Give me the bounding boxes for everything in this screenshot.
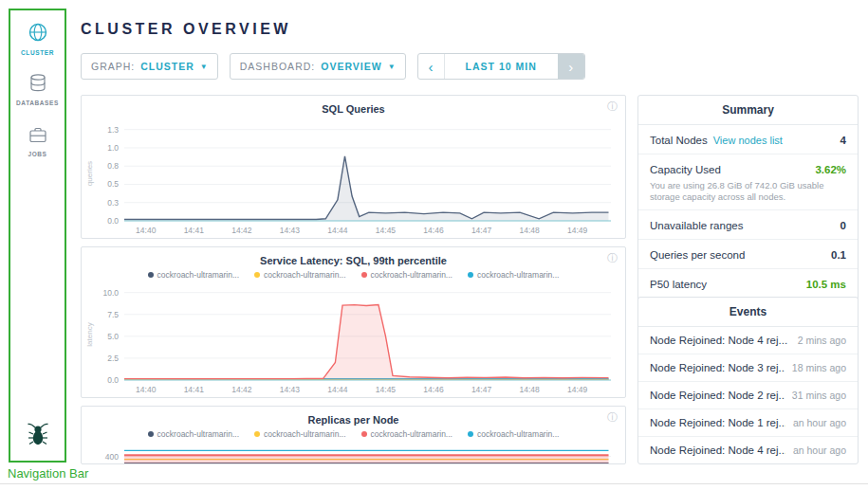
cockroachdb-logo[interactable] — [10, 421, 65, 451]
controls-bar: GRAPH: CLUSTER ▼ DASHBOARD: OVERVIEW ▼ ‹… — [81, 53, 585, 80]
dashboard-dropdown[interactable]: DASHBOARD: OVERVIEW ▼ — [230, 53, 406, 80]
svg-text:0.3: 0.3 — [107, 198, 119, 208]
svg-text:5.0: 5.0 — [107, 332, 119, 341]
summary-value: 0 — [840, 220, 846, 231]
info-icon[interactable]: ⓘ — [607, 251, 618, 265]
svg-text:queries: queries — [85, 161, 94, 186]
svg-text:1.3: 1.3 — [107, 125, 119, 135]
svg-text:14:40: 14:40 — [136, 226, 157, 235]
info-icon[interactable]: ⓘ — [607, 100, 618, 114]
svg-text:14:47: 14:47 — [471, 226, 492, 235]
info-icon[interactable]: ⓘ — [607, 410, 618, 425]
svg-text:14:46: 14:46 — [423, 385, 444, 394]
svg-text:0.8: 0.8 — [107, 161, 119, 171]
summary-row: Queries per second0.1 — [638, 240, 858, 269]
event-row[interactable]: Node Rejoined: Node 3 rej...18 mins ago — [638, 354, 858, 382]
page-title: CLUSTER OVERVIEW — [81, 21, 291, 38]
view-nodes-list-link[interactable]: View nodes list — [713, 135, 783, 146]
event-row[interactable]: Node Rejoined: Node 1 rej...an hour ago — [638, 409, 858, 437]
chart-panel-replicas-per-node: Replicas per Node ⓘ cockroach-ultramarin… — [81, 406, 626, 464]
svg-text:14:48: 14:48 — [519, 385, 540, 394]
legend-dot — [148, 431, 154, 437]
legend-dot — [254, 272, 260, 278]
legend-dot — [468, 272, 473, 278]
legend-dot — [361, 431, 367, 437]
time-range-label[interactable]: LAST 10 MIN — [445, 54, 558, 79]
legend-label: cockroach-ultramarin... — [157, 270, 239, 280]
event-message: Node Rejoined: Node 4 rej... — [650, 445, 785, 456]
databases-icon — [28, 80, 47, 96]
event-message: Node Rejoined: Node 4 rej... — [650, 335, 787, 346]
svg-text:14:44: 14:44 — [327, 226, 348, 235]
chart-panel-sql-queries: SQL Queries ⓘ 0.00.30.50.81.01.3queries1… — [81, 95, 626, 239]
legend-dot — [148, 272, 154, 278]
event-time: 18 mins ago — [792, 362, 846, 373]
svg-text:14:49: 14:49 — [567, 385, 588, 394]
chart-title: SQL Queries — [82, 103, 625, 115]
graph-dropdown[interactable]: GRAPH: CLUSTER ▼ — [81, 53, 218, 80]
graph-dropdown-label: GRAPH: — [91, 61, 135, 72]
event-message: Node Rejoined: Node 3 rej... — [650, 362, 785, 373]
events-rows: Node Rejoined: Node 4 rej...2 mins agoNo… — [638, 327, 858, 464]
summary-value: 0.1 — [831, 249, 846, 261]
events-panel: Events Node Rejoined: Node 4 rej...2 min… — [637, 297, 859, 464]
legend-item: cockroach-ultramarin... — [148, 270, 239, 280]
svg-text:14:41: 14:41 — [184, 226, 205, 235]
graph-dropdown-value: CLUSTER — [140, 61, 194, 72]
prev-time-button[interactable]: ‹ — [418, 54, 445, 79]
legend-label: cockroach-ultramarin... — [371, 270, 452, 280]
summary-row: P50 latency10.5 ms — [638, 269, 858, 299]
event-row[interactable]: Node Rejoined: Node 4 rej...an hour ago — [638, 437, 858, 464]
svg-text:14:40: 14:40 — [136, 385, 157, 394]
svg-text:2.5: 2.5 — [107, 354, 119, 363]
next-time-button[interactable]: › — [558, 54, 584, 79]
navigation-bar: CLUSTER DATABASES JOBS — [9, 9, 66, 463]
summary-label: P50 latency — [650, 279, 707, 290]
chart-title: Replicas per Node — [82, 414, 625, 426]
svg-text:latency: latency — [85, 322, 94, 346]
sidebar-item-label: DATABASES — [10, 100, 65, 106]
page-divider — [0, 483, 868, 484]
svg-text:0.5: 0.5 — [107, 179, 119, 189]
svg-text:14:47: 14:47 — [471, 385, 492, 394]
svg-text:1.0: 1.0 — [107, 143, 119, 153]
event-row[interactable]: Node Rejoined: Node 4 rej...2 mins ago — [638, 327, 858, 354]
event-message: Node Rejoined: Node 1 rej... — [650, 417, 785, 428]
summary-value: 4 — [840, 135, 846, 146]
event-time: an hour ago — [793, 417, 846, 428]
svg-text:14:41: 14:41 — [184, 385, 205, 394]
dashboard-dropdown-label: DASHBOARD: — [240, 61, 315, 72]
replicas-per-node-plot: 40014:4014:4114:4214:4314:4414:4514:4614… — [83, 439, 624, 464]
svg-text:14:49: 14:49 — [567, 226, 588, 235]
summary-value: 10.5 ms — [806, 279, 846, 290]
sidebar-item-jobs[interactable]: JOBS — [10, 126, 65, 157]
svg-text:14:48: 14:48 — [519, 226, 540, 235]
legend-label: cockroach-ultramarin... — [264, 429, 345, 439]
legend-dot — [361, 272, 367, 278]
legend-label: cockroach-ultramarin... — [477, 429, 559, 439]
service-latency-plot: 0.02.55.07.510.0latency14:4014:4114:4214… — [83, 283, 624, 397]
legend-label: cockroach-ultramarin... — [371, 429, 452, 439]
legend-label: cockroach-ultramarin... — [264, 270, 345, 280]
svg-text:14:43: 14:43 — [280, 385, 301, 394]
legend-label: cockroach-ultramarin... — [477, 270, 559, 280]
dashboard-dropdown-value: OVERVIEW — [321, 61, 381, 72]
legend-item: cockroach-ultramarin... — [254, 429, 345, 439]
jobs-icon — [28, 131, 47, 147]
chart-panel-service-latency: Service Latency: SQL, 99th percentile ⓘ … — [81, 246, 626, 398]
time-range-selector: ‹ LAST 10 MIN › — [417, 53, 585, 80]
chart-legend: cockroach-ultramarin...cockroach-ultrama… — [82, 270, 625, 280]
sidebar-item-label: CLUSTER — [10, 49, 65, 56]
admin-ui-window: CLUSTER DATABASES JOBS — [0, 0, 868, 465]
chart-title: Service Latency: SQL, 99th percentile — [82, 255, 625, 266]
summary-label: Capacity Used — [650, 164, 721, 175]
sidebar-item-cluster[interactable]: CLUSTER — [10, 22, 65, 56]
event-time: 31 mins ago — [792, 390, 846, 401]
event-time: an hour ago — [793, 445, 846, 456]
summary-row: Unavailable ranges0 — [638, 210, 858, 240]
cluster-icon — [28, 29, 48, 45]
event-row[interactable]: Node Rejoined: Node 2 rej...31 mins ago — [638, 382, 858, 409]
legend-item: cockroach-ultramarin... — [468, 270, 559, 280]
svg-text:14:45: 14:45 — [376, 385, 397, 394]
sidebar-item-databases[interactable]: DATABASES — [10, 73, 65, 106]
